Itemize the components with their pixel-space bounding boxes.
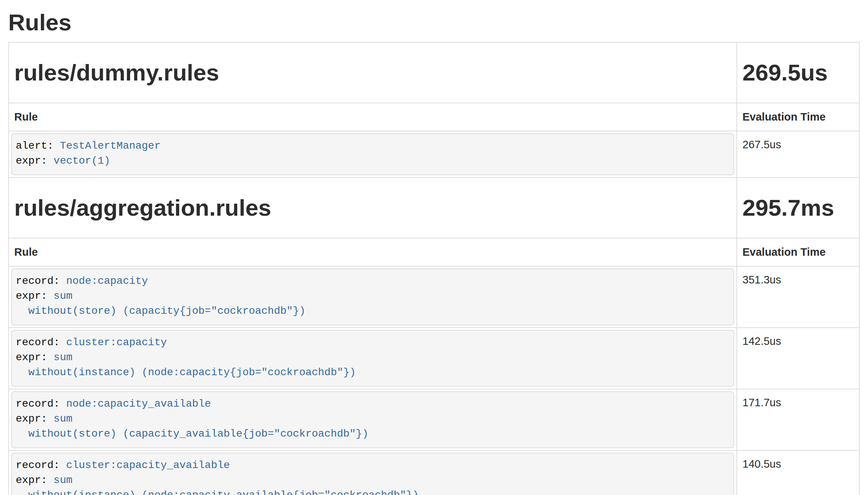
rule-code: record: node:capacity_available expr: su… <box>11 391 734 448</box>
rule-eval-time: 351.3us <box>737 266 859 328</box>
rule-group-header-row: rules/dummy.rules269.5us <box>9 42 859 103</box>
rule-code-text: record: <box>16 275 66 287</box>
rule-group-eval-time: 269.5us <box>742 53 854 92</box>
rule-group-name-cell: rules/dummy.rules <box>9 42 737 103</box>
rule-group-name-cell: rules/aggregation.rules <box>9 177 737 238</box>
rule-code-text: expr: <box>16 352 54 363</box>
rule-link[interactable]: vector(1) <box>54 155 110 167</box>
rule-link[interactable]: sum <box>54 413 72 425</box>
rule-link[interactable]: sum <box>54 352 72 363</box>
rule-link[interactable]: node:capacity_available <box>66 398 211 410</box>
rule-eval-time: 267.5us <box>737 131 859 177</box>
rule-link[interactable]: node:capacity <box>66 275 148 287</box>
rule-link[interactable]: without(instance) (node:capacity_availab… <box>28 489 419 495</box>
rule-row: alert: TestAlertManager expr: vector(1)2… <box>9 131 859 177</box>
rule-code-text: expr: <box>16 290 54 302</box>
rule-cell: alert: TestAlertManager expr: vector(1) <box>9 131 737 177</box>
rule-code: record: cluster:capacity expr: sum witho… <box>11 330 734 387</box>
rule-code-text: expr: <box>16 155 54 167</box>
rule-code: record: node:capacity expr: sum without(… <box>11 268 734 325</box>
rule-link[interactable]: sum <box>54 474 72 486</box>
rule-link[interactable]: without(instance) (node:capacity{job="co… <box>28 367 356 378</box>
rule-code-text: record: <box>16 459 66 471</box>
rule-link[interactable]: sum <box>54 290 72 302</box>
rule-column-header: Rule <box>9 103 737 131</box>
rule-cell: record: cluster:capacity_available expr:… <box>9 450 737 495</box>
rule-code-text <box>16 489 28 495</box>
rule-group-eval-time: 295.7ms <box>742 188 854 227</box>
rule-eval-time: 142.5us <box>737 328 859 389</box>
rule-link[interactable]: without(store) (capacity_available{job="… <box>28 428 368 440</box>
rule-eval-time: 171.7us <box>737 389 859 450</box>
rule-code-text: record: <box>16 398 66 410</box>
rule-column-header: Rule <box>9 238 737 266</box>
rule-link[interactable]: TestAlertManager <box>60 140 161 152</box>
rule-code-text <box>16 367 28 378</box>
rule-code-text: record: <box>16 337 66 348</box>
rule-group-eval-time-cell: 295.7ms <box>737 177 859 238</box>
rule-row: record: cluster:capacity_available expr:… <box>9 450 859 495</box>
rule-code-text <box>16 305 28 317</box>
rule-cell: record: node:capacity expr: sum without(… <box>9 266 737 328</box>
rule-row: record: node:capacity expr: sum without(… <box>9 266 859 328</box>
rule-link[interactable]: without(store) (capacity{job="cockroachd… <box>28 305 305 317</box>
rule-cell: record: node:capacity_available expr: su… <box>9 389 737 450</box>
rule-code-text <box>16 428 28 440</box>
rules-table: rules/dummy.rules269.5usRuleEvaluation T… <box>8 42 860 495</box>
rule-group-name: rules/dummy.rules <box>14 53 731 92</box>
rule-group-name: rules/aggregation.rules <box>14 188 731 227</box>
rule-eval-time: 140.5us <box>737 450 859 495</box>
rule-row: record: node:capacity_available expr: su… <box>9 389 859 450</box>
rule-row: record: cluster:capacity expr: sum witho… <box>9 328 859 389</box>
rule-group-header-row: rules/aggregation.rules295.7ms <box>9 177 859 238</box>
page-title: Rules <box>8 10 860 34</box>
rule-link[interactable]: cluster:capacity <box>66 337 167 348</box>
rule-code-text: alert: <box>16 140 60 152</box>
rule-group-eval-time-cell: 269.5us <box>737 42 859 103</box>
rule-code: alert: TestAlertManager expr: vector(1) <box>11 133 734 175</box>
rule-code-text: expr: <box>16 474 54 486</box>
rule-link[interactable]: cluster:capacity_available <box>66 459 230 471</box>
eval-time-column-header: Evaluation Time <box>737 103 859 131</box>
eval-time-column-header: Evaluation Time <box>737 238 859 266</box>
rule-code: record: cluster:capacity_available expr:… <box>11 453 734 495</box>
column-header-row: RuleEvaluation Time <box>9 238 859 266</box>
column-header-row: RuleEvaluation Time <box>9 103 859 131</box>
rule-code-text: expr: <box>16 413 54 425</box>
rule-cell: record: cluster:capacity expr: sum witho… <box>9 328 737 389</box>
